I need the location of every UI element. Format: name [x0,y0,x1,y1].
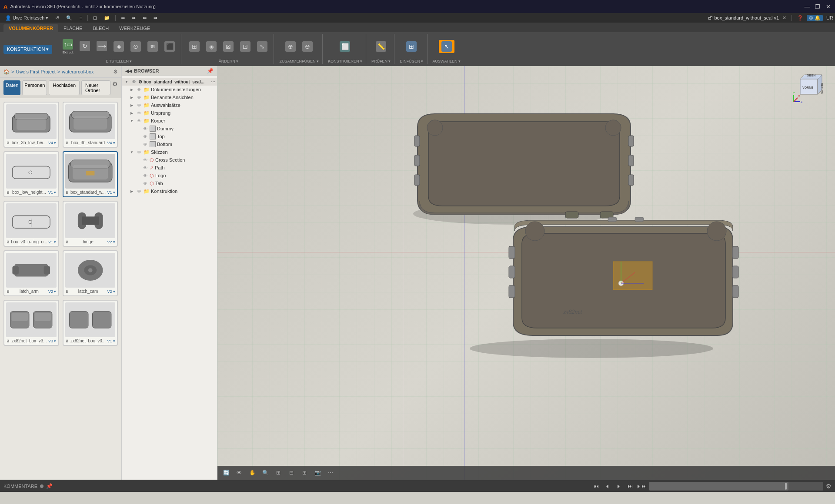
k-eye[interactable] [136,118,142,124]
as-toggle[interactable] [129,102,135,108]
thumb-zx82-a[interactable]: 🖥 zx82net_box_v3... V3 ▾ [3,300,59,346]
thumb-version-10[interactable]: V1 ▾ [107,339,115,343]
refresh-button[interactable]: ↺ [52,14,63,22]
sweep-button[interactable]: ⟿ [94,40,110,53]
tree-körper[interactable]: Körper [122,117,217,125]
thumb-version-8[interactable]: V2 ▾ [107,289,115,294]
tree-skizzen[interactable]: Skizzen [122,148,217,156]
timeline-play-button[interactable]: ⏵ [614,481,624,491]
redo2-button[interactable]: ➡ [150,14,161,22]
tree-benannte-ansichten[interactable]: Benannte Ansichten [122,93,217,101]
tab-volumenkörper[interactable]: VOLUMENKÖRPER [3,24,58,32]
timeline-next-button[interactable]: ⏭ [625,481,635,491]
viewcube[interactable]: OBEN VORNE RECHTS Z Y X [792,70,826,105]
ba-eye[interactable] [136,94,142,100]
hochladen-button[interactable]: Hochladen [49,80,80,95]
sk-toggle[interactable] [129,149,135,155]
thumb-box-3b-low[interactable]: 🖥 box_3b_low_hei... V4 ▾ [3,102,59,148]
ba-toggle[interactable] [129,94,135,100]
box-button[interactable]: ⬛ [162,40,177,53]
timeline-start-button[interactable]: ⏮ [591,481,601,491]
vp-orbit-button[interactable]: 🔄 [221,468,231,478]
search-button[interactable]: 🔍 [63,14,76,22]
ur-toggle[interactable] [129,110,135,116]
account-button[interactable]: UR [826,15,833,20]
bottom-eye[interactable] [142,141,148,147]
tree-tab[interactable]: ⬡ Tab [122,179,217,187]
insert-button[interactable]: ⊞ [404,40,419,53]
tree-ursprung[interactable]: Ursprung [122,109,217,117]
tree-logo[interactable]: ⬡ Logo [122,172,217,179]
tab-daten[interactable]: Daten [3,80,20,95]
doc-toggle[interactable] [124,79,130,85]
browser-pin-icon[interactable]: 📌 [207,68,214,74]
construct-button[interactable]: KONSTRUKTION ▾ [3,45,52,54]
thumb-zx82-b[interactable]: 🖥 zx82net_box_v3... V1 ▾ [63,300,118,346]
thumb-version-9[interactable]: V3 ▾ [48,339,57,343]
shell-button[interactable]: ⊡ [237,40,253,53]
dummy-eye[interactable] [142,126,148,132]
tree-dummy[interactable]: Dummy [122,125,217,133]
thread-button[interactable]: ≋ [145,40,160,53]
help-button[interactable]: ❓ [797,15,803,21]
path-eye[interactable] [142,165,148,171]
open-folder[interactable]: 📁 [100,14,114,22]
vp-grid-button[interactable]: ⊞ [299,468,310,478]
browser-collapse-icon[interactable]: ◀◀ [125,69,132,73]
vp-display-button[interactable]: ⊟ [286,468,297,478]
tree-auswahlsätze[interactable]: Auswahlsätze [122,101,217,109]
timeline-settings-icon[interactable] [826,483,832,490]
scale-button[interactable]: ⤡ [254,40,270,53]
kon-eye[interactable] [136,188,142,194]
as-eye[interactable] [136,102,142,108]
hole-button[interactable]: ⊙ [128,40,144,53]
home-icon[interactable]: 🏠 [3,69,10,75]
tree-top[interactable]: Top [122,133,217,140]
tab-personen[interactable]: Personen [22,80,47,95]
press-pull-button[interactable]: ⊞ [187,40,202,53]
revolve-button[interactable]: ↻ [77,40,93,53]
comments-pin-icon[interactable]: 📌 [46,483,53,489]
k-toggle[interactable] [129,118,135,124]
user-menu[interactable]: 👤 Uwe Reintzsch ▾ [2,14,52,22]
timeline-prev-button[interactable]: ⏴ [602,481,613,491]
fillet-button[interactable]: ◈ [204,40,219,53]
tab-close-button[interactable]: ✕ [782,15,786,21]
thumb-box-v3-oring[interactable]: 🖥 box_v3_o-ring_o... V1 ▾ [3,201,59,247]
thumb-version-2[interactable]: V4 ▾ [107,141,115,145]
timeline-bar[interactable] [649,482,823,491]
tree-bottom[interactable]: Bottom [122,140,217,148]
combine-button[interactable]: ⊕ [283,40,298,53]
top-eye[interactable] [142,133,148,139]
neuer-ordner-button[interactable]: Neuer Ordner [81,80,110,95]
tab-eye[interactable] [142,180,148,186]
thumb-hinge[interactable]: 🖥 hinge V2 ▾ [63,201,118,247]
logo-eye[interactable] [142,172,148,179]
doc-more-icon[interactable]: ⋯ [211,80,215,84]
vp-zoom-fit-button[interactable]: ⊞ [273,468,284,478]
info-button[interactable]: ① 🔔 [807,15,823,21]
thumb-box-3b-standard[interactable]: 🖥 box_3b_standard V4 ▾ [63,102,118,148]
thumb-box-low-height[interactable]: 🖥 box_low_height... V1 ▾ [3,151,59,197]
tab-werkzeuge[interactable]: WERKZEUGE [114,24,155,32]
thumb-box-standard-w[interactable]: 🖥 box_standard_w... V1 ▾ [63,151,118,197]
thumb-version[interactable]: V4 ▾ [48,141,57,145]
vp-camera-button[interactable]: 📷 [312,468,323,478]
mirror-button[interactable]: ⊖ [300,40,315,53]
extrude-button[interactable]: ↑▭ Extrud. [60,38,76,56]
undo-button[interactable]: ⬅ [117,14,128,22]
thumb-version-5[interactable]: V1 ▾ [48,240,57,244]
chamfer-button[interactable]: ⊠ [220,40,236,53]
settings-icon[interactable] [113,69,118,75]
thumb-version-4[interactable]: V1 ▾ [107,190,115,195]
cs-eye[interactable] [142,157,148,163]
doc-eye[interactable] [131,79,137,85]
timeline-end-button[interactable]: ⏵⏭ [636,481,647,491]
vp-zoom-in-button[interactable]: 🔍 [260,468,271,478]
minimize-button[interactable]: — [804,3,811,10]
thumb-latch-arm[interactable]: 🖥 latch_arm V2 ▾ [3,250,59,296]
viewport[interactable]: OBEN VORNE RECHTS Z Y X [217,66,835,480]
sk-eye[interactable] [136,149,142,155]
tree-dokumenteinstell[interactable]: Dokumenteinstellungen [122,86,217,93]
grid-button[interactable]: ⊞ [90,14,100,22]
